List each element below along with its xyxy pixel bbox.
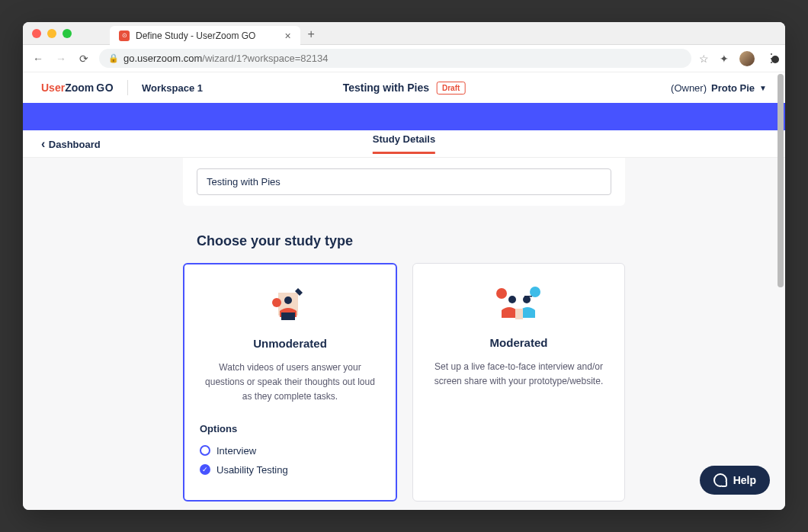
tab-title: Define Study - UserZoom GO [136, 30, 255, 41]
bookmark-icon[interactable]: ☆ [699, 53, 709, 65]
window-controls [32, 29, 72, 38]
svg-point-5 [530, 287, 540, 297]
back-button[interactable]: ← [30, 53, 46, 65]
moderated-illustration [428, 280, 609, 322]
options-label: Options [200, 423, 380, 434]
titlebar: ⊙ Define Study - UserZoom GO × + [23, 22, 785, 45]
card-unmoderated[interactable]: Unmoderated Watch videos of users answer… [183, 263, 397, 502]
draft-badge: Draft [437, 82, 465, 95]
browser-window: ⊙ Define Study - UserZoom GO × + ← → ⟳ 🔒… [23, 22, 785, 510]
svg-point-1 [284, 296, 292, 304]
progress-bar [23, 103, 785, 130]
svg-rect-8 [524, 296, 532, 297]
owner-name: Proto Pie [711, 82, 755, 94]
radio-unchecked-icon [200, 445, 210, 456]
extensions-icon[interactable]: ✦ [720, 53, 729, 65]
svg-point-4 [496, 288, 507, 299]
study-title: Testing with Pies [343, 82, 429, 94]
study-name-card [183, 158, 625, 206]
minimize-window-button[interactable] [47, 29, 56, 38]
tab-study-details[interactable]: Study Details [373, 133, 435, 154]
svg-rect-9 [515, 309, 523, 319]
dashboard-back-link[interactable]: Dashboard [41, 137, 101, 151]
close-tab-icon[interactable]: × [284, 30, 290, 42]
help-button[interactable]: Help [700, 466, 770, 495]
url-input[interactable]: 🔒 go.userzoom.com/wizard/1?workspace=821… [99, 49, 691, 68]
card-description: Set up a live face-to-face interview and… [428, 360, 609, 389]
header-left: UserZoomGO Workspace 1 [41, 80, 203, 95]
section-title: Choose your study type [183, 233, 625, 249]
favicon-icon: ⊙ [119, 30, 130, 41]
header-center: Testing with Pies Draft [343, 82, 466, 95]
svg-point-6 [508, 296, 516, 303]
scrollbar[interactable] [778, 74, 784, 287]
address-bar: ← → ⟳ 🔒 go.userzoom.com/wizard/1?workspa… [23, 45, 785, 72]
divider [127, 80, 128, 95]
maximize-window-button[interactable] [63, 29, 72, 38]
browser-tab[interactable]: ⊙ Define Study - UserZoom GO × [110, 26, 300, 46]
chevron-down-icon: ▼ [759, 84, 767, 92]
toolbar-icons: ☆ ✦ ⋮ [699, 51, 778, 66]
status-dot-icon [771, 56, 779, 63]
option-usability-testing[interactable]: ✓ Usability Testing [200, 464, 380, 476]
svg-rect-3 [281, 312, 295, 320]
subnav: Dashboard Study Details [23, 130, 785, 158]
forward-button[interactable]: → [53, 53, 69, 65]
content-area: Choose your study type [23, 158, 785, 510]
card-moderated[interactable]: Moderated Set up a live face-to-face int… [412, 263, 625, 502]
url-text: go.userzoom.com/wizard/1?workspace=82134 [123, 53, 328, 64]
owner-dropdown[interactable]: (Owner) Proto Pie ▼ [671, 82, 767, 94]
option-label: Usability Testing [216, 464, 288, 476]
study-type-cards: Unmoderated Watch videos of users answer… [183, 263, 625, 502]
close-window-button[interactable] [32, 29, 41, 38]
help-label: Help [733, 474, 756, 486]
option-label: Interview [216, 445, 256, 457]
svg-point-2 [272, 298, 281, 307]
reload-button[interactable]: ⟳ [76, 53, 91, 65]
logo[interactable]: UserZoomGO [41, 82, 114, 94]
workspace-name[interactable]: Workspace 1 [142, 82, 203, 94]
profile-avatar[interactable] [739, 51, 755, 66]
option-interview[interactable]: Interview [200, 445, 380, 457]
card-title: Moderated [428, 336, 609, 349]
chat-icon [713, 473, 727, 487]
app-header: UserZoomGO Workspace 1 Testing with Pies… [23, 72, 785, 103]
radio-checked-icon: ✓ [200, 464, 210, 475]
lock-icon: 🔒 [108, 53, 119, 63]
unmoderated-illustration [200, 281, 380, 323]
owner-label: (Owner) [671, 82, 707, 94]
study-name-input[interactable] [197, 168, 611, 195]
new-tab-button[interactable]: + [308, 27, 315, 41]
card-description: Watch videos of users answer your questi… [200, 361, 380, 405]
card-title: Unmoderated [200, 337, 380, 350]
